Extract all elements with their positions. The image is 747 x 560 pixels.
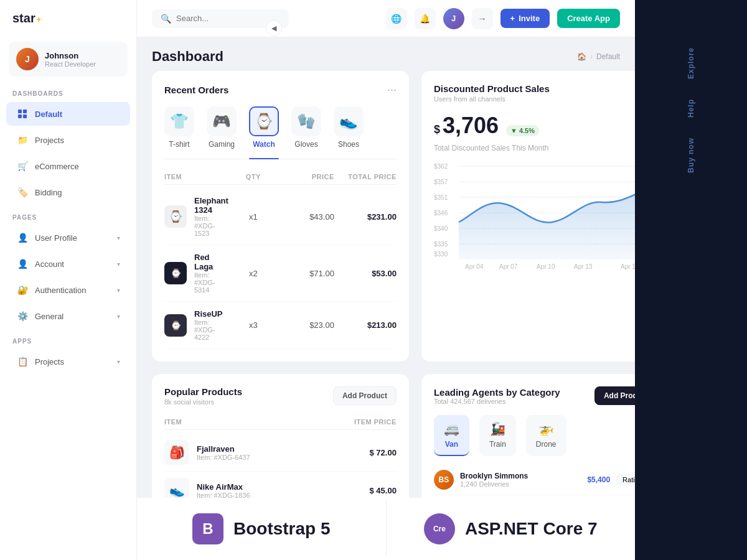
sidebar-item-authentication[interactable]: 🔐 Authentication ▾ [6,278,130,302]
order-item-1: ⌚ Red Laga Item: #XDG-5314 [164,253,228,294]
add-product-button-2[interactable]: Add Product [594,386,635,405]
sidebar-item-auth-label: Authentication [35,286,86,295]
tab-gloves[interactable]: 🧤 Gloves [291,106,321,154]
svg-rect-2 [18,114,22,118]
tab-shoes[interactable]: 👟 Shoes [334,106,364,154]
order-price-1: $71.00 [278,269,334,278]
tab-watch[interactable]: ⌚ Watch [249,106,279,154]
sidebar-item-general[interactable]: ⚙️ General ▾ [6,304,130,328]
sales-amount: $ 3,706 ▼ 4.5% [434,113,635,139]
order-sku-2: Item: #XDG-4222 [194,319,228,341]
user-card[interactable]: J Johnson React Developer [9,42,128,77]
agent-name-0: Brooklyn Simmons [460,472,566,480]
shoes-icon: 👟 [334,106,364,136]
buynow-tab[interactable]: Buy now [678,128,704,183]
popular-subtitle: 8k social visitors [164,398,242,406]
recent-orders-card: Recent Orders ··· 👕 T-shirt 🎮 Gaming ⌚ W… [152,71,409,362]
asp-label: ASP.NET Core 7 [465,519,598,539]
rating-button-0[interactable]: Rating → [616,474,635,486]
svg-rect-3 [23,114,27,118]
order-sku-1: Item: #XDG-5314 [194,271,228,294]
main-content: ◀ 🔍 🌐 🔔 J → + Invite Create App Dashboar… [137,0,635,560]
account-icon: 👤 [16,258,29,270]
bidding-icon: 🏷️ [16,186,29,198]
order-name-2: RiseUP [194,309,228,319]
product-price-1: $ 45.00 [322,486,397,495]
recent-orders-header: Recent Orders ··· [164,83,397,96]
globe-icon[interactable]: 🌐 [386,8,407,29]
breadcrumb-separator: › [590,52,593,61]
page-title: Dashboard [152,49,223,65]
card-menu-icon[interactable]: ··· [387,83,397,96]
order-sku-0: Item: #XDG-1523 [194,215,228,237]
general-icon: ⚙️ [16,310,29,322]
right-panel-tabs: Explore Help Buy now [678,37,704,183]
search-input[interactable] [176,14,270,23]
bell-icon[interactable]: 🔔 [415,8,436,29]
svg-rect-0 [18,110,22,113]
col-qty: QTY [228,173,278,180]
van-icon: 🚐 [444,421,459,436]
sidebar-item-default[interactable]: Default [6,102,130,126]
chevron-down-icon: ▾ [117,313,120,320]
sidebar-item-bidding[interactable]: 🏷️ Bidding [6,180,130,204]
tab-drone-label: Drone [536,440,557,449]
tab-drone[interactable]: 🚁 Drone [526,415,566,456]
col-item-2: ITEM [164,418,322,426]
tab-shoes-label: Shoes [338,140,359,149]
dashboards-label: DASHBOARDS [0,82,136,101]
sidebar-item-account[interactable]: 👤 Account ▾ [6,252,130,276]
svg-text:$362: $362 [434,163,448,170]
sidebar-item-projects-label: Projects [35,136,64,145]
add-product-button[interactable]: Add Product [333,386,397,405]
table-row: ⌚ Elephant 1324 Item: #XDG-1523 x1 $43.0… [164,189,397,245]
page-header: Dashboard 🏠 › Default [137,37,635,71]
chart-container: $362 $357 $351 $346 $340 $335 $330 [434,160,635,272]
topbar-avatar[interactable]: J [443,8,464,29]
sidebar-item-general-label: General [35,312,63,321]
tab-van[interactable]: 🚐 Van [434,415,469,456]
agent-earnings-0: $5,400 [573,475,610,484]
product-name-0: Fjallraven [197,444,250,454]
sidebar-item-ecommerce[interactable]: 🛒 eCommerce [6,154,130,178]
product-sku-0: Item: #XDG-6437 [197,454,250,461]
user-profile-icon: 👤 [16,231,29,244]
product-tabs: 👕 T-shirt 🎮 Gaming ⌚ Watch 🧤 Gloves 👟 [164,106,397,159]
search-icon: 🔍 [161,14,171,24]
product-img-0: 🎒 [164,440,189,465]
order-price-0: $43.00 [278,212,334,222]
tab-train[interactable]: 🚂 Train [479,415,516,456]
pages-label: PAGES [0,205,136,225]
order-img-0: ⌚ [164,205,187,228]
bootstrap-section: B Bootstrap 5 [137,501,387,557]
sidebar-item-user-profile[interactable]: 👤 User Profile ▾ [6,226,130,250]
logo: star✦ [0,0,136,37]
help-tab[interactable]: Help [678,89,704,128]
order-name-1: Red Laga [194,253,228,271]
tab-gloves-label: Gloves [294,140,317,149]
agent-tabs: 🚐 Van 🚂 Train 🚁 Drone [434,415,635,456]
svg-text:$346: $346 [434,210,448,217]
arrow-right-icon[interactable]: → [472,8,493,29]
auth-icon: 🔐 [16,284,29,296]
create-app-button[interactable]: Create App [557,9,620,28]
sidebar-item-projects[interactable]: 📁 Projects [6,128,130,152]
apps-projects-icon: 📋 [16,355,29,368]
rating-label-0: Rating [622,476,635,483]
explore-tab[interactable]: Explore [678,37,704,89]
chevron-down-icon: ▾ [117,235,120,241]
discounted-sales-card: Discounted Product Sales Users from all … [421,71,635,362]
sidebar-item-apps-projects[interactable]: 📋 Projects ▾ [6,350,130,373]
sales-total-label: Total Discounted Sales This Month [434,144,635,152]
content-area: Recent Orders ··· 👕 T-shirt 🎮 Gaming ⌚ W… [137,71,635,560]
default-icon [16,108,29,120]
tab-tshirt[interactable]: 👕 T-shirt [164,106,194,154]
sidebar-collapse-button[interactable]: ◀ [266,20,282,36]
home-icon: 🏠 [577,52,586,61]
leading-agents-header: Leading Agents by Category Total 424,567… [434,386,635,405]
popular-title: Popular Products [164,386,242,397]
invite-button[interactable]: + Invite [500,9,550,28]
dollar-sign: $ [434,123,440,136]
avatar: J [16,48,39,70]
tab-gaming[interactable]: 🎮 Gaming [207,106,237,154]
